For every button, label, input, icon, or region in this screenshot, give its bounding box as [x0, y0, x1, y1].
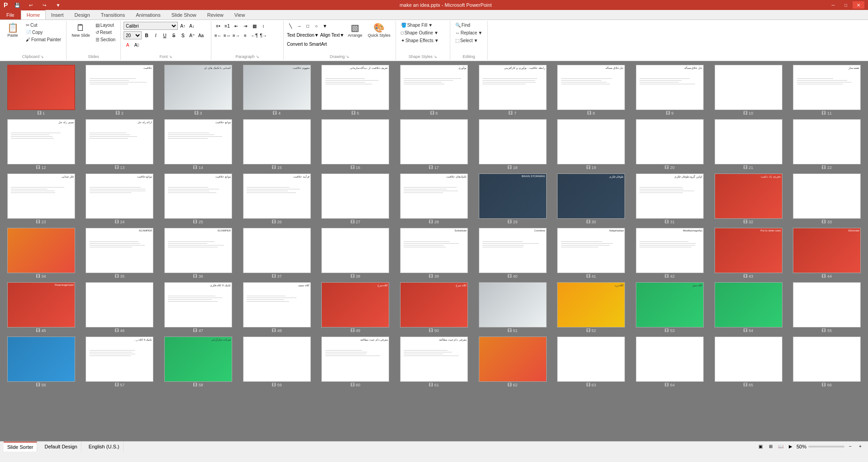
slide-thumb-27[interactable]: 🎞 27 — [318, 173, 393, 224]
justify-btn[interactable]: ≡ — [241, 31, 249, 39]
slide-thumb-43[interactable]: Put to other uses🎞 43 — [711, 228, 786, 279]
text-direction-btn[interactable]: Text Direction▼ — [286, 31, 319, 39]
slide-thumb-34[interactable]: 🎞 34 — [4, 228, 79, 279]
slide-thumb-15[interactable]: 🎞 15 — [239, 119, 315, 170]
slide-thumb-55[interactable]: 🎞 55 — [789, 282, 864, 333]
shape-line-btn[interactable]: ╲ — [286, 22, 295, 30]
slide-thumb-21[interactable]: 🎞 21 — [711, 119, 786, 170]
slide-thumb-48[interactable]: کلاه سفید🎞 48 — [239, 282, 315, 333]
underline-btn[interactable]: U — [161, 31, 169, 39]
slide-thumb-50[interactable]: کلاه سرخ🎞 50 — [396, 282, 472, 333]
reset-button[interactable]: ↺ Reset — [93, 29, 118, 36]
slide-thumb-26[interactable]: فرآیند خلاقیت🎞 26 — [239, 173, 315, 224]
slide-thumb-61[interactable]: معرفی دام جیت مطالعه🎞 61 — [396, 337, 472, 387]
slide-thumb-45[interactable]: Rearrangement🎞 45 — [4, 282, 79, 333]
shape-fill-btn[interactable]: 🪣 Shape Fill▼ — [399, 22, 435, 29]
slide-thumb-64[interactable]: 🎞 64 — [632, 337, 707, 387]
align-left-btn[interactable]: ≡← — [214, 31, 222, 39]
slide-thumb-6[interactable]: نوآوری🎞 6 — [396, 65, 472, 116]
tab-animations[interactable]: Animations — [130, 10, 166, 19]
slide-thumb-13[interactable]: ارائه راه حل🎞 13 — [82, 119, 157, 170]
bullets-btn[interactable]: ≡• — [214, 22, 222, 30]
tab-transitions[interactable]: Transitions — [95, 10, 130, 19]
slide-thumb-52[interactable]: کلاه زرد🎞 52 — [553, 282, 629, 333]
slide-thumb-1[interactable]: 🎞 1 — [4, 65, 79, 116]
slide-thumb-22[interactable]: 🎞 22 — [789, 119, 864, 170]
tab-view[interactable]: View — [229, 10, 251, 19]
quick-styles-button[interactable]: 🎨 Quick Styles — [366, 22, 393, 39]
slideshow-btn[interactable]: ▶ — [787, 443, 795, 451]
slide-thumb-62[interactable]: 🎞 62 — [475, 337, 550, 387]
zoom-slider[interactable] — [808, 446, 844, 448]
slide-thumb-57[interactable]: تکنیک 6 کلاه ر...🎞 57 — [82, 337, 157, 387]
slide-thumb-38[interactable]: 🎞 38 — [318, 228, 393, 279]
slide-thumb-51[interactable]: 🎞 51 — [475, 282, 550, 333]
cut-button[interactable]: ✂ Cut — [24, 22, 63, 29]
line-spacing-btn[interactable]: ↕ — [259, 22, 267, 30]
section-button[interactable]: ☰ Section — [93, 36, 118, 43]
reading-view-btn[interactable]: 📖 — [777, 443, 785, 451]
bold-btn[interactable]: B — [143, 31, 151, 39]
decrease-indent-btn[interactable]: ⇤ — [232, 22, 240, 30]
layout-button[interactable]: ▤ Layout — [93, 22, 118, 29]
decrease-font-btn[interactable]: A↓ — [188, 22, 196, 30]
align-center-btn[interactable]: ≡↔ — [223, 31, 231, 39]
shape-rect-btn[interactable]: □ — [304, 22, 312, 30]
slide-thumb-36[interactable]: SCAMPER🎞 36 — [161, 228, 236, 279]
format-painter-button[interactable]: 🖌 Format Painter — [24, 36, 63, 43]
slide-thumb-17[interactable]: 🎞 17 — [396, 119, 472, 170]
rtl-btn[interactable]: ←¶ — [250, 31, 258, 39]
replace-button[interactable]: ↔ Replace▼ — [453, 29, 485, 36]
tab-review[interactable]: Review — [202, 10, 229, 19]
slide-thumb-33[interactable]: 🎞 33 — [789, 173, 864, 224]
slide-thumb-31[interactable]: اولین گروه طوفان فکری🎞 31 — [632, 173, 707, 224]
undo-quick-btn[interactable]: ↩ — [25, 1, 37, 9]
drawing-expand-icon[interactable]: ↘ — [346, 54, 349, 59]
customize-quick-btn[interactable]: ▼ — [52, 1, 64, 9]
slide-thumb-42[interactable]: Modify(magnify)🎞 42 — [632, 228, 707, 279]
font-size-select[interactable]: 20 — [124, 31, 142, 39]
shape-arrow-btn[interactable]: → — [295, 22, 303, 30]
shape-effects-btn[interactable]: ✦ Shape Effects▼ — [399, 37, 441, 44]
slide-thumb-10[interactable]: 🎞 10 — [711, 65, 786, 116]
maximize-btn[interactable]: □ — [840, 1, 852, 9]
tab-insert[interactable]: Insert — [46, 10, 69, 19]
slide-thumb-7[interactable]: رابطه خلاقیت - نوآوری و کارآفرینی🎞 7 — [475, 65, 550, 116]
slide-sorter-tab[interactable]: Slide Sorter — [4, 442, 37, 452]
italic-btn[interactable]: I — [152, 31, 160, 39]
slide-thumb-19[interactable]: 🎞 19 — [553, 119, 629, 170]
close-btn[interactable]: ✕ — [853, 1, 864, 9]
shape-styles-expand-icon[interactable]: ↘ — [434, 54, 437, 59]
convert-smartart-btn[interactable]: Convert to SmartArt — [286, 40, 327, 48]
shape-more-btn[interactable]: ▼ — [321, 22, 329, 30]
default-design-tab[interactable]: Default Design — [41, 442, 81, 452]
numbering-btn[interactable]: ≡1 — [223, 22, 231, 30]
slide-thumb-49[interactable]: کلاه سرخ🎞 49 — [318, 282, 393, 333]
slide-thumb-56[interactable]: 🎞 56 — [4, 337, 79, 387]
zoom-out-btn[interactable]: − — [846, 443, 854, 451]
minimize-btn[interactable]: ─ — [827, 1, 839, 9]
align-text-btn[interactable]: Align Text▼ — [320, 31, 345, 39]
slide-thumb-32[interactable]: دفترچه یاد داشت🎞 32 — [711, 173, 786, 224]
paragraph-expand-icon[interactable]: ↘ — [256, 54, 259, 59]
slide-thumb-3[interactable]: آشنایی با تکنیک های ان🎞 3 — [161, 65, 236, 116]
slide-thumb-4[interactable]: مفهوم خلاقیت🎞 4 — [239, 65, 315, 116]
ltr-btn[interactable]: ¶→ — [259, 31, 267, 39]
arrange-button[interactable]: ▧ Arrange — [346, 22, 365, 39]
slide-thumb-65[interactable]: 🎞 65 — [711, 337, 786, 387]
language-tab[interactable]: English (U.S.) — [85, 442, 124, 452]
slide-thumb-66[interactable]: 🎞 66 — [789, 337, 864, 387]
shape-outline-btn[interactable]: □ Shape Outline▼ — [399, 29, 441, 36]
slide-thumb-23[interactable]: فکر شتابی🎞 23 — [4, 173, 79, 224]
char-spacing-btn[interactable]: A⁼ — [188, 31, 196, 39]
select-button[interactable]: ⬚ Select▼ — [453, 37, 481, 44]
slide-thumb-20[interactable]: 🎞 20 — [632, 119, 707, 170]
increase-indent-btn[interactable]: ⇥ — [241, 22, 249, 30]
tab-slideshow[interactable]: Slide Show — [166, 10, 202, 19]
font-family-select[interactable]: Calibri — [124, 22, 178, 30]
align-right-btn[interactable]: ≡→ — [232, 31, 240, 39]
font-color-btn[interactable]: A — [124, 41, 132, 49]
slide-thumb-63[interactable]: 🎞 63 — [553, 337, 629, 387]
strikethrough-btn[interactable]: S — [170, 31, 178, 39]
slide-thumb-47[interactable]: تکنیک 6 کلاه فکری🎞 47 — [161, 282, 236, 333]
